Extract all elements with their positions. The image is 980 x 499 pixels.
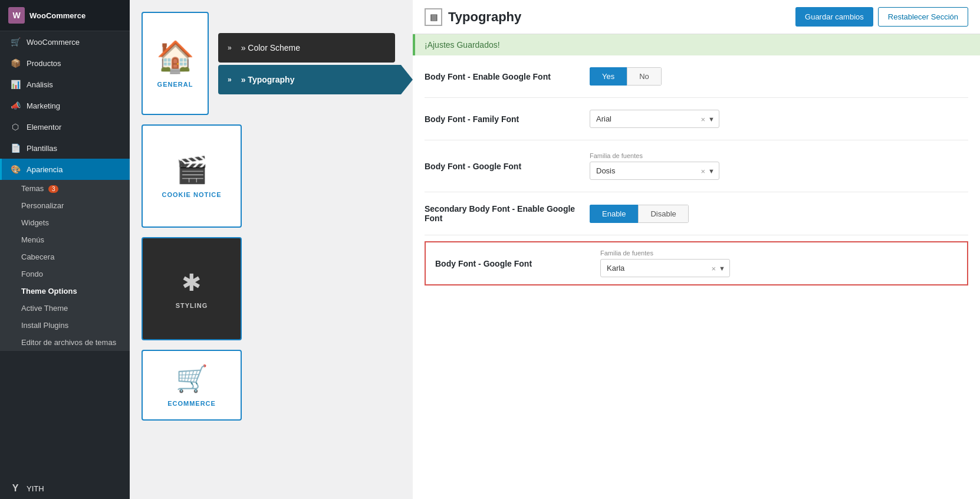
chevron-icon-active: » — [228, 75, 232, 84]
setting-control-3: Familia de fuentes Dosis Roboto Open San… — [590, 152, 968, 180]
productos-icon: 📦 — [10, 58, 21, 68]
setting-control-5: Familia de fuentes Karla Roboto Open San… — [600, 250, 958, 277]
submenu-temas[interactable]: Temas 3 — [0, 180, 130, 197]
card-cookie-label: COOKIE NOTICE — [162, 191, 221, 198]
sidebar-item-marketing[interactable]: 📣 Marketing — [0, 95, 130, 116]
settings-area: Body Font - Enable Google Font Yes No Bo… — [413, 55, 980, 499]
sidebar-item-label: Apariencia — [27, 165, 63, 174]
select-clear-icon-2[interactable]: × — [701, 166, 705, 175]
submenu-active-theme[interactable]: Active Theme — [0, 300, 130, 317]
submenu-personalizar[interactable]: Personalizar — [0, 197, 130, 214]
sidebar-item-label: Productos — [27, 59, 61, 68]
setting-body-font-google: Body Font - Enable Google Font Yes No — [425, 55, 968, 98]
submenu-menus[interactable]: Menús — [0, 231, 130, 248]
menu-typography-label: » Typography — [241, 75, 295, 84]
setting-body-google-font: Body Font - Google Font Familia de fuent… — [425, 140, 968, 192]
toggle-enable-disable: Enable Disable — [590, 205, 689, 223]
submenu-theme-options[interactable]: Theme Options — [0, 283, 130, 300]
reset-button[interactable]: Restablecer Sección — [878, 7, 968, 27]
submenu-widgets[interactable]: Widgets — [0, 214, 130, 231]
select-clear-icon-3[interactable]: × — [711, 264, 716, 273]
plantillas-icon: 📄 — [10, 143, 21, 153]
home-icon: 🏠 — [156, 39, 195, 75]
sidebar-item-plantillas[interactable]: 📄 Plantillas — [0, 137, 130, 159]
setting-label-1: Body Font - Enable Google Font — [425, 72, 578, 81]
secondary-google-font-group: Familia de fuentes Karla Roboto Open San… — [600, 250, 730, 277]
yith-icon: Y — [10, 483, 21, 494]
secondary-google-font-select-wrapper: Karla Roboto Open Sans × ▼ — [600, 259, 730, 277]
woo-icon: W — [8, 7, 25, 24]
submenu-install-plugins[interactable]: Install Plugins — [0, 317, 130, 334]
card-ecommerce[interactable]: 🛒 ECOMMERCE — [142, 350, 242, 421]
sidebar-item-label: Elementor — [27, 123, 61, 132]
setting-body-font-family: Body Font - Family Font Arial Georgia Ve… — [425, 98, 968, 140]
panel-title-area: ▤ Typography — [425, 8, 521, 26]
card-styling[interactable]: ✱ STYLING — [142, 237, 242, 340]
panel-title: Typography — [448, 9, 521, 25]
select-clear-icon[interactable]: × — [701, 114, 705, 123]
google-font-select[interactable]: Dosis Roboto Open Sans — [590, 162, 719, 180]
setting-label-3: Body Font - Google Font — [425, 162, 578, 171]
main-area: 🏠 GENERAL » » Color Scheme » » Typograph… — [130, 0, 980, 499]
cards-row-4: 🛒 ECOMMERCE — [142, 350, 401, 421]
right-panel-header: ▤ Typography Guardar cambios Restablecer… — [413, 0, 980, 34]
google-font-sublabel: Familia de fuentes — [590, 152, 719, 159]
menu-color-scheme-label: » Color Scheme — [241, 43, 300, 52]
toggle-enable-button[interactable]: Enable — [590, 205, 638, 223]
toggle-no-button[interactable]: No — [627, 67, 662, 86]
styling-icon: ✱ — [182, 269, 202, 296]
setting-secondary-body-font: Secondary Body Font - Enable Google Font… — [425, 192, 968, 235]
card-general-label: GENERAL — [157, 81, 193, 88]
setting-control-4: Enable Disable — [590, 205, 968, 223]
google-font-select-wrapper: Dosis Roboto Open Sans × ▼ — [590, 162, 719, 180]
sidebar-item-analisis[interactable]: 📊 Análisis — [0, 74, 130, 95]
family-font-select-wrapper: Arial Georgia Verdana × ▼ — [590, 110, 719, 128]
panel-icon: ▤ — [425, 8, 442, 26]
card-general[interactable]: 🏠 GENERAL — [142, 12, 209, 115]
submenu-editor[interactable]: Editor de archivos de temas — [0, 334, 130, 351]
google-font-group: Familia de fuentes Dosis Roboto Open San… — [590, 152, 719, 180]
sidebar-item-productos[interactable]: 📦 Productos — [0, 52, 130, 74]
setting-label-4: Secondary Body Font - Enable Google Font — [425, 204, 578, 223]
toggle-yes-no: Yes No — [590, 67, 662, 86]
sidebar-item-apariencia[interactable]: 🎨 Apariencia — [0, 159, 130, 180]
sidebar-item-label: Marketing — [27, 101, 60, 110]
setting-secondary-google-font: Body Font - Google Font Familia de fuent… — [425, 241, 968, 285]
left-panel: 🏠 GENERAL » » Color Scheme » » Typograph… — [130, 0, 413, 499]
secondary-google-font-sublabel: Familia de fuentes — [600, 250, 730, 257]
submenu-cabecera[interactable]: Cabecera — [0, 248, 130, 265]
sidebar-item-yith[interactable]: Y YITH — [0, 478, 130, 499]
apariencia-submenu: Temas 3 Personalizar Widgets Menús Cabec… — [0, 180, 130, 351]
sidebar-item-woocommerce[interactable]: 🛒 WooCommerce — [0, 31, 130, 52]
cards-row-2: 🎬 COOKIE NOTICE — [142, 124, 401, 228]
elementor-icon: ⬡ — [10, 122, 21, 132]
sidebar-header-label: WooCommerce — [29, 11, 85, 20]
card-cookie[interactable]: 🎬 COOKIE NOTICE — [142, 124, 242, 228]
sidebar-item-elementor[interactable]: ⬡ Elementor — [0, 116, 130, 137]
sidebar-item-label: Análisis — [27, 80, 53, 89]
submenu-fondo[interactable]: Fondo — [0, 265, 130, 283]
marketing-icon: 📣 — [10, 100, 21, 111]
right-panel: ▤ Typography Guardar cambios Restablecer… — [413, 0, 980, 499]
menu-color-scheme[interactable]: » » Color Scheme — [218, 33, 395, 63]
menu-typography[interactable]: » » Typography — [218, 65, 401, 94]
family-font-select[interactable]: Arial Georgia Verdana — [590, 110, 719, 128]
card-styling-label: STYLING — [176, 302, 208, 309]
setting-label-5: Body Font - Google Font — [435, 259, 588, 268]
card-ecommerce-label: ECOMMERCE — [167, 400, 216, 407]
toggle-disable-button[interactable]: Disable — [638, 205, 688, 223]
sidebar-item-label: Plantillas — [27, 144, 57, 153]
analisis-icon: 📊 — [10, 79, 21, 90]
save-button[interactable]: Guardar cambios — [795, 7, 873, 27]
chevron-icon: » — [228, 44, 232, 52]
sidebar-header: W WooCommerce — [0, 0, 130, 31]
toggle-yes-button[interactable]: Yes — [590, 67, 627, 86]
sidebar-item-label: YITH — [27, 484, 44, 493]
cards-row-3: ✱ STYLING — [142, 237, 401, 340]
cart-icon: 🛒 — [176, 363, 208, 394]
apariencia-icon: 🎨 — [10, 164, 21, 175]
setting-control-2: Arial Georgia Verdana × ▼ — [590, 110, 968, 128]
secondary-google-font-select[interactable]: Karla Roboto Open Sans — [600, 259, 730, 277]
header-buttons: Guardar cambios Restablecer Sección — [795, 7, 968, 27]
menu-items-col: » » Color Scheme » » Typography — [218, 12, 401, 115]
